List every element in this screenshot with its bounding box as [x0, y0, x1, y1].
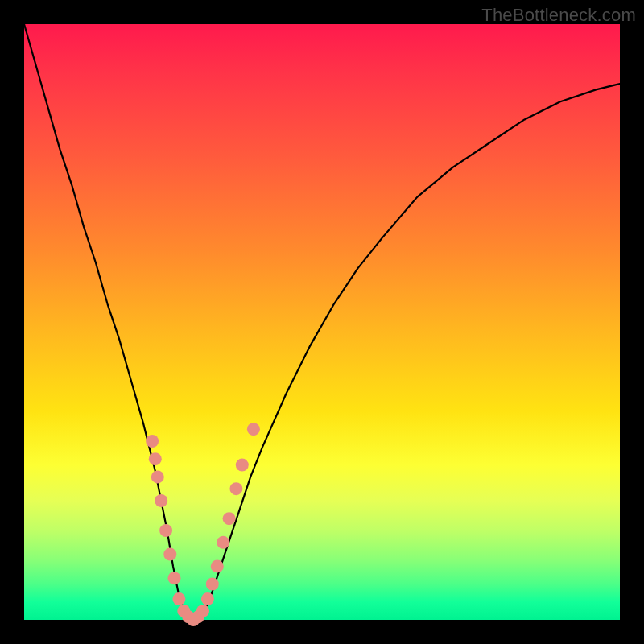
- data-marker: [149, 452, 162, 465]
- data-marker: [163, 548, 176, 561]
- data-marker: [151, 470, 164, 483]
- data-marker: [236, 459, 249, 472]
- data-marker: [168, 572, 181, 584]
- chart-frame: TheBottleneck.com: [0, 0, 644, 644]
- data-marker: [159, 524, 172, 537]
- data-marker: [155, 494, 167, 507]
- data-marker: [206, 578, 219, 591]
- chart-svg: [24, 24, 620, 620]
- data-marker: [229, 482, 242, 495]
- data-marker: [217, 536, 229, 549]
- data-marker: [211, 559, 224, 572]
- data-marker: [172, 592, 185, 605]
- plot-area: [24, 24, 620, 620]
- data-marker: [146, 435, 159, 448]
- data-markers: [146, 423, 260, 626]
- data-marker: [201, 592, 214, 605]
- bottleneck-curve: [24, 24, 620, 620]
- watermark-label: TheBottleneck.com: [481, 5, 636, 26]
- data-marker: [223, 512, 236, 525]
- data-marker: [196, 605, 209, 617]
- data-marker: [247, 423, 260, 436]
